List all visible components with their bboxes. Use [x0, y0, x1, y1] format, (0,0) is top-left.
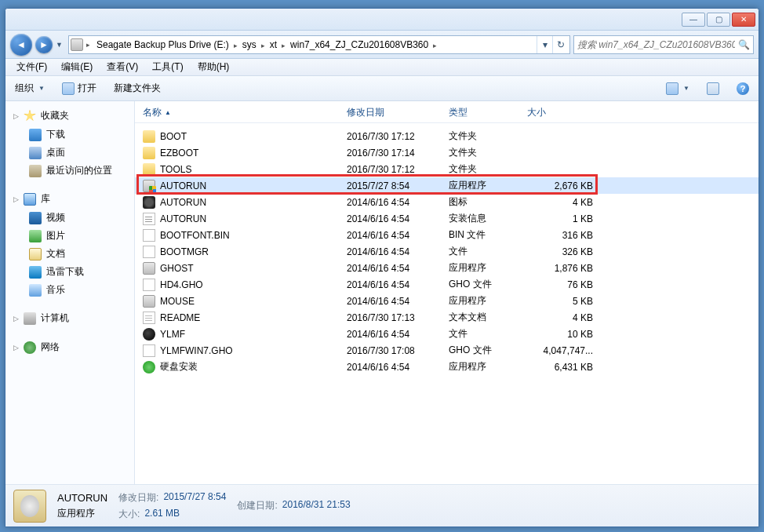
file-type: 文本文档: [449, 311, 527, 324]
menu-file[interactable]: 文件(F): [10, 59, 53, 75]
new-folder-button[interactable]: 新建文件夹: [109, 78, 166, 98]
file-name: AUTORUN: [160, 180, 206, 191]
views-button[interactable]: ▼: [661, 79, 694, 98]
col-modified[interactable]: 修改日期: [347, 106, 449, 119]
sidebar-item-label: 迅雷下载: [46, 265, 84, 279]
file-type: 安装信息: [449, 212, 527, 225]
sort-asc-icon: ▲: [165, 109, 171, 116]
organize-button[interactable]: 组织▼: [10, 78, 49, 98]
sidebar-favorites[interactable]: ▷ 收藏夹: [5, 106, 134, 126]
file-date: 2014/6/16 4:54: [347, 362, 449, 373]
forward-button[interactable]: ►: [35, 36, 53, 53]
sidebar-item[interactable]: 下载: [5, 126, 134, 144]
breadcrumb-arrow[interactable]: ▸: [431, 42, 438, 49]
drive-icon: [71, 38, 83, 51]
sidebar-item-label: 图片: [46, 229, 65, 242]
file-row[interactable]: TOOLS 2016/7/30 17:12 文件夹: [135, 161, 759, 177]
file-icon: [143, 147, 155, 159]
sidebar-computer[interactable]: ▷ 计算机: [5, 308, 134, 328]
file-row[interactable]: GHOST 2014/6/16 4:54 应用程序 1,876 KB: [135, 260, 759, 276]
menu-tools[interactable]: 工具(T): [146, 59, 189, 75]
file-row[interactable]: AUTORUN 2014/6/16 4:54 图标 4 KB: [135, 194, 759, 210]
file-name: YLMF: [160, 329, 185, 340]
menu-help[interactable]: 帮助(H): [191, 59, 236, 75]
chevron-down-icon: ▼: [38, 85, 45, 92]
expand-icon: ▷: [13, 315, 19, 322]
search-input[interactable]: [577, 39, 735, 50]
open-icon: [62, 82, 75, 95]
col-type[interactable]: 类型: [449, 106, 527, 119]
search-box[interactable]: 🔍: [573, 35, 754, 54]
breadcrumb-arrow[interactable]: ▸: [280, 42, 287, 49]
views-icon: [666, 82, 679, 95]
file-row[interactable]: BOOTFONT.BIN 2014/6/16 4:54 BIN 文件 316 K…: [135, 227, 759, 243]
file-list[interactable]: BOOT 2016/7/30 17:12 文件夹 EZBOOT 2016/7/3…: [135, 123, 759, 484]
sidebar-item[interactable]: 桌面: [5, 144, 134, 162]
file-row[interactable]: YLMFWIN7.GHO 2016/7/30 17:08 GHO 文件 4,04…: [135, 342, 759, 359]
breadcrumb-segment[interactable]: win7_x64_ZJ_CZu201608VB360: [287, 38, 431, 52]
file-name: 硬盘安装: [160, 360, 198, 373]
file-row[interactable]: BOOTMGR 2014/6/16 4:54 文件 326 KB: [135, 243, 759, 260]
sidebar-libraries[interactable]: ▷ 库: [5, 189, 134, 209]
file-type: BIN 文件: [449, 228, 527, 242]
file-date: 2014/6/16 4:54: [347, 230, 449, 241]
file-row[interactable]: AUTORUN 2015/7/27 8:54 应用程序 2,676 KB: [135, 177, 759, 194]
file-name: EZBOOT: [160, 148, 198, 159]
sidebar-item[interactable]: 视频: [5, 209, 134, 227]
help-button[interactable]: ?: [732, 79, 754, 98]
explorer-window: — ▢ ✕ ◄ ► ▼ ▸ Seagate Backup Plus Drive …: [5, 8, 759, 527]
sidebar-item[interactable]: 图片: [5, 227, 134, 245]
sidebar-network[interactable]: ▷ 网络: [5, 337, 134, 357]
menu-view[interactable]: 查看(V): [100, 59, 144, 75]
file-row[interactable]: HD4.GHO 2014/6/16 4:54 GHO 文件 76 KB: [135, 276, 759, 293]
file-icon: [143, 163, 155, 176]
col-size[interactable]: 大小: [527, 106, 598, 119]
file-type: 应用程序: [449, 294, 527, 308]
sidebar-item-label: 视频: [46, 211, 65, 224]
file-row[interactable]: MOUSE 2014/6/16 4:54 应用程序 5 KB: [135, 293, 759, 309]
search-icon[interactable]: 🔍: [738, 39, 750, 50]
file-row[interactable]: README 2016/7/30 17:13 文本文档 4 KB: [135, 309, 759, 326]
nav-history-dropdown[interactable]: ▼: [56, 41, 65, 49]
sidebar-item-label: 下载: [46, 128, 65, 141]
file-icon: [143, 344, 155, 357]
sidebar-item[interactable]: 音乐: [5, 281, 134, 299]
file-size: 4 KB: [527, 197, 598, 208]
file-row[interactable]: AUTORUN 2014/6/16 4:54 安装信息 1 KB: [135, 210, 759, 227]
file-size: 1 KB: [527, 213, 598, 224]
close-button[interactable]: ✕: [732, 13, 755, 27]
breadcrumb-segment[interactable]: Seagate Backup Plus Drive (E:): [93, 38, 232, 52]
preview-pane-button[interactable]: [702, 79, 724, 98]
file-icon: [143, 130, 155, 143]
file-row[interactable]: YLMF 2014/6/16 4:54 文件 10 KB: [135, 326, 759, 342]
details-modified-label: 修改日期:: [118, 491, 158, 505]
breadcrumb-segment[interactable]: sys: [239, 38, 260, 52]
file-name: BOOTMGR: [160, 246, 209, 257]
details-kind: 应用程序: [57, 507, 95, 520]
open-button[interactable]: 打开: [57, 78, 101, 98]
col-name[interactable]: 名称▲: [143, 106, 347, 119]
breadcrumb-segment[interactable]: xt: [267, 38, 280, 52]
breadcrumb-arrow[interactable]: ▸: [260, 42, 267, 49]
sidebar-item[interactable]: 文档: [5, 245, 134, 263]
file-row[interactable]: 硬盘安装 2014/6/16 4:54 应用程序 6,431 KB: [135, 359, 759, 375]
file-type: 文件夹: [449, 162, 527, 176]
minimize-button[interactable]: —: [682, 13, 705, 27]
sidebar-item[interactable]: 迅雷下载: [5, 263, 134, 281]
menu-edit[interactable]: 编辑(E): [55, 59, 99, 75]
address-bar[interactable]: ▸ Seagate Backup Plus Drive (E:)▸sys▸xt▸…: [68, 35, 570, 54]
file-date: 2014/6/16 4:54: [347, 197, 449, 208]
breadcrumb-arrow[interactable]: ▸: [85, 41, 92, 49]
maximize-button[interactable]: ▢: [707, 13, 730, 27]
breadcrumb-arrow[interactable]: ▸: [232, 42, 239, 49]
file-type: 文件夹: [449, 129, 527, 143]
file-row[interactable]: BOOT 2016/7/30 17:12 文件夹: [135, 128, 759, 144]
address-dropdown[interactable]: ▾: [537, 36, 552, 53]
back-button[interactable]: ◄: [10, 34, 32, 56]
sidebar-item-icon: [29, 129, 42, 141]
refresh-button[interactable]: ↻: [552, 36, 568, 53]
file-type: 应用程序: [449, 179, 527, 192]
preview-icon: [707, 82, 719, 95]
sidebar-item[interactable]: 最近访问的位置: [5, 162, 134, 180]
file-row[interactable]: EZBOOT 2016/7/30 17:14 文件夹: [135, 144, 759, 161]
